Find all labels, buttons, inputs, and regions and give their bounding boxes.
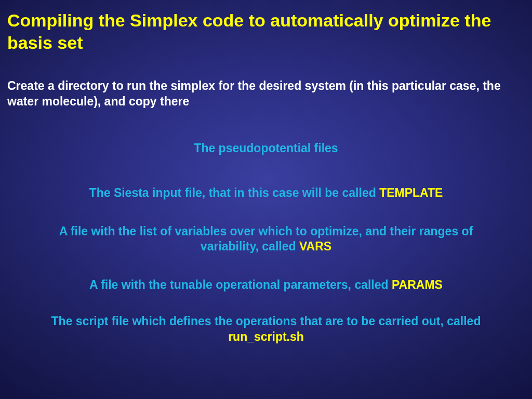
- bullet-text: A file with the list of variables over w…: [59, 224, 473, 254]
- bullet-text: The pseudopotential files: [194, 141, 338, 155]
- bullet-params: A file with the tunable operational para…: [7, 277, 525, 293]
- keyword-params: PARAMS: [392, 278, 443, 291]
- bullet-pseudopotential: The pseudopotential files: [7, 141, 525, 156]
- intro-text: Create a directory to run the simplex fo…: [7, 78, 525, 110]
- keyword-template: TEMPLATE: [379, 186, 443, 200]
- keyword-vars: VARS: [299, 240, 331, 253]
- slide: Compiling the Simplex code to automatica…: [0, 0, 532, 399]
- bullet-text: A file with the tunable operational para…: [89, 278, 392, 291]
- bullet-script: The script file which defines the operat…: [40, 314, 492, 345]
- keyword-run-script: run_script.sh: [228, 330, 304, 343]
- slide-title: Compiling the Simplex code to automatica…: [7, 9, 525, 54]
- bullet-siesta-input: The Siesta input file, that in this case…: [7, 185, 525, 201]
- bullet-vars: A file with the list of variables over w…: [50, 224, 482, 255]
- bullet-text: The script file which defines the operat…: [51, 314, 481, 328]
- bullet-text: The Siesta input file, that in this case…: [89, 186, 380, 200]
